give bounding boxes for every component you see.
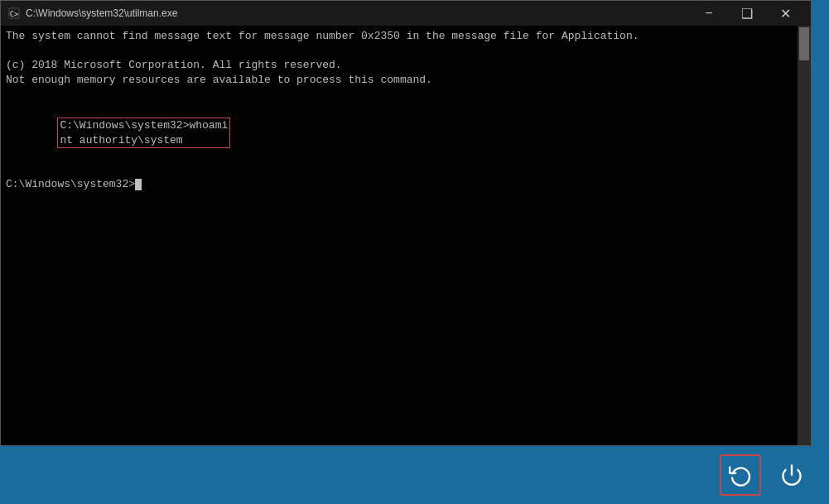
minimize-button[interactable]: −: [690, 1, 728, 26]
cursor: [135, 179, 142, 190]
prompt-line: C:\Windows\system32>: [6, 177, 791, 192]
svg-text:C>: C>: [10, 10, 19, 18]
restore-button[interactable]: ❑: [728, 1, 766, 26]
output-line-2: [6, 44, 791, 59]
title-bar: C> C:\Windows\system32\utilman.exe − ❑ ✕: [1, 1, 811, 26]
whoami-box: C:\Windows\system32>whoami nt authority\…: [57, 118, 230, 148]
cmd-window: C> C:\Windows\system32\utilman.exe − ❑ ✕…: [0, 0, 812, 446]
terminal-content: The system cannot find message text for …: [6, 29, 806, 192]
prompt-whoami: C:\Windows\system32>whoami: [60, 119, 228, 132]
current-prompt: C:\Windows\system32>: [6, 178, 135, 190]
whoami-output: nt authority\system: [60, 134, 182, 146]
close-button[interactable]: ✕: [766, 1, 804, 26]
output-line-1: The system cannot find message text for …: [6, 29, 791, 44]
terminal-body: The system cannot find message text for …: [1, 26, 811, 445]
power-button[interactable]: [771, 454, 812, 496]
window-controls: − ❑ ✕: [690, 1, 804, 26]
output-line-5: [6, 87, 791, 102]
output-line-4: Not enough memory resources are availabl…: [6, 73, 791, 88]
whoami-block: C:\Windows\system32>whoami nt authority\…: [6, 102, 791, 163]
taskbar: [0, 446, 829, 504]
cmd-icon: C>: [7, 7, 21, 20]
scrollbar-thumb[interactable]: [799, 27, 809, 60]
window-title: C:\Windows\system32\utilman.exe: [26, 7, 690, 19]
output-line-3: (c) 2018 Microsoft Corporation. All righ…: [6, 58, 791, 73]
scrollbar[interactable]: [798, 26, 811, 445]
restart-button[interactable]: [720, 454, 761, 496]
output-line-6: [6, 163, 791, 178]
